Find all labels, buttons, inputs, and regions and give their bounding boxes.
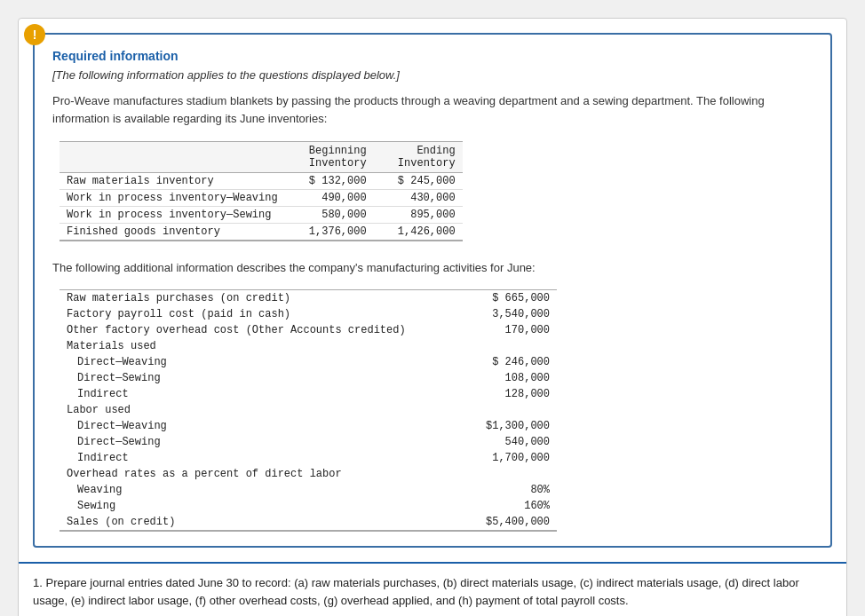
activity-label: Factory payroll cost (paid in cash) [60,306,447,322]
activity-label: Direct—Sewing [60,434,447,450]
activity-row: Other factory overhead cost (Other Accou… [60,322,557,338]
activity-value: $1,300,000 [447,418,557,434]
activity-row: Direct—Weaving $ 246,000 [60,354,557,370]
activity-value: 1,700,000 [447,450,557,466]
beginning-value: 490,000 [285,190,374,207]
beginning-value: 580,000 [285,207,374,224]
activity-label: Weaving [60,482,447,498]
activity-value: 128,000 [447,386,557,402]
table-row: Work in process inventory—Sewing 580,000… [60,207,463,224]
activity-value: $ 246,000 [447,354,557,370]
activity-value: $ 665,000 [447,289,557,306]
activity-label: Labor used [60,402,447,418]
table-row: Work in process inventory—Weaving 490,00… [60,190,463,207]
activity-row: Labor used [60,402,557,418]
table-row: Raw materials inventory $ 132,000 $ 245,… [60,173,463,190]
required-info-box: ! Required information [The following in… [33,33,832,548]
activity-value [447,402,557,418]
activity-row: Sewing 160% [60,498,557,514]
ending-value: $ 245,000 [374,173,463,190]
activity-label: Sewing [60,498,447,514]
activity-row: Raw materials purchases (on credit) $ 66… [60,289,557,306]
row-label: Raw materials inventory [60,173,285,190]
beginning-value: $ 132,000 [285,173,374,190]
activity-value: 108,000 [447,370,557,386]
activity-value: 170,000 [447,322,557,338]
page-container: ! Required information [The following in… [18,18,847,616]
activity-label: Raw materials purchases (on credit) [60,289,447,306]
table-row: Finished goods inventory 1,376,000 1,426… [60,224,463,241]
additional-text: The following additional information des… [52,259,813,277]
ending-value: 430,000 [374,190,463,207]
activity-label: Sales (on credit) [60,514,447,531]
activities-table: Raw materials purchases (on credit) $ 66… [60,289,557,532]
question-text: Prepare journal entries dated June 30 to… [33,576,799,608]
activity-row: Direct—Sewing 108,000 [60,370,557,386]
activity-row: Indirect 1,700,000 [60,450,557,466]
italic-note: [The following information applies to th… [52,68,813,82]
activity-value: 80% [447,482,557,498]
ending-value: 895,000 [374,207,463,224]
ending-value: 1,426,000 [374,224,463,241]
activity-value: $5,400,000 [447,514,557,531]
intro-text: Pro-Weave manufactures stadium blankets … [52,92,813,127]
activity-label: Direct—Weaving [60,354,447,370]
row-label: Finished goods inventory [60,224,285,241]
beginning-value: 1,376,000 [285,224,374,241]
required-title: Required information [52,49,813,63]
alert-icon: ! [24,24,45,45]
activity-row: Sales (on credit) $5,400,000 [60,514,557,531]
activity-row: Indirect 128,000 [60,386,557,402]
activity-row: Overhead rates as a percent of direct la… [60,466,557,482]
activity-value: 540,000 [447,434,557,450]
activity-row: Direct—Weaving $1,300,000 [60,418,557,434]
inventory-table: BeginningInventory EndingInventory Raw m… [60,141,463,241]
row-label: Work in process inventory—Sewing [60,207,285,224]
activity-label: Other factory overhead cost (Other Accou… [60,322,447,338]
activity-label: Materials used [60,338,447,354]
activity-label: Indirect [60,386,447,402]
activity-label: Indirect [60,450,447,466]
row-label: Work in process inventory—Weaving [60,190,285,207]
activity-label: Overhead rates as a percent of direct la… [60,466,447,482]
activity-value [447,466,557,482]
activity-row: Materials used [60,338,557,354]
activity-value: 160% [447,498,557,514]
question-section: 1. Prepare journal entries dated June 30… [19,562,846,617]
activity-label: Direct—Sewing [60,370,447,386]
activity-row: Factory payroll cost (paid in cash) 3,54… [60,306,557,322]
activity-value: 3,540,000 [447,306,557,322]
activity-label: Direct—Weaving [60,418,447,434]
activity-row: Weaving 80% [60,482,557,498]
activity-row: Direct—Sewing 540,000 [60,434,557,450]
activity-value [447,338,557,354]
question-number: 1. [33,576,43,589]
